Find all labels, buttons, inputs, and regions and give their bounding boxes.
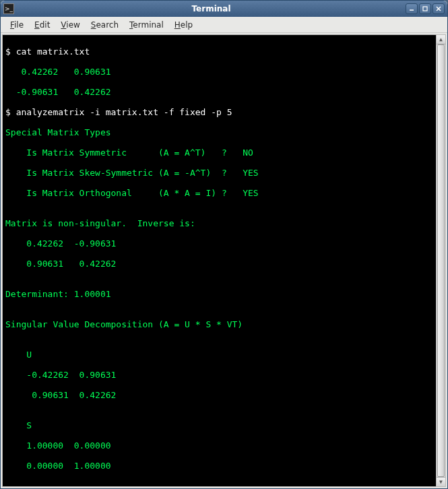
svg-rect-1 bbox=[423, 7, 427, 11]
menu-view[interactable]: View bbox=[55, 19, 85, 31]
scrollbar[interactable]: ▲ ▼ bbox=[436, 35, 445, 486]
scroll-down-button[interactable]: ▼ bbox=[437, 477, 445, 486]
output-line: Is Matrix Symmetric (A = A^T) ? NO bbox=[5, 148, 443, 158]
menu-help[interactable]: Help bbox=[169, 19, 198, 31]
output-line: S bbox=[5, 420, 443, 430]
menu-terminal[interactable]: Terminal bbox=[124, 19, 169, 31]
maximize-button[interactable] bbox=[419, 3, 431, 14]
output-line: Is Matrix Skew-Symmetric (A = -A^T) ? YE… bbox=[5, 168, 443, 178]
output-line: 0.00000 1.00000 bbox=[5, 461, 443, 471]
close-button[interactable] bbox=[433, 3, 445, 14]
output-line: -0.90631 0.42262 bbox=[5, 87, 443, 97]
scrollbar-thumb[interactable] bbox=[437, 44, 445, 477]
output-line: 0.90631 0.42262 bbox=[5, 390, 443, 400]
minimize-icon bbox=[408, 5, 415, 12]
minimize-button[interactable] bbox=[406, 3, 418, 14]
menu-edit[interactable]: Edit bbox=[29, 19, 55, 31]
app-icon: >_ bbox=[3, 3, 14, 14]
close-icon bbox=[435, 5, 442, 12]
output-line: Singular Value Decomposition (A = U * S … bbox=[5, 319, 443, 329]
window-title: Terminal bbox=[17, 4, 406, 13]
output-line: Is Matrix Orthogonal (A * A = I) ? YES bbox=[5, 188, 443, 198]
output-line: 1.00000 0.00000 bbox=[5, 441, 443, 451]
output-line: Matrix is non-singular. Inverse is: bbox=[5, 218, 443, 228]
output-line: 0.42262 -0.90631 bbox=[5, 238, 443, 249]
titlebar[interactable]: >_ Terminal bbox=[1, 1, 447, 17]
output-line: 0.90631 0.42262 bbox=[5, 259, 443, 269]
menu-search[interactable]: Search bbox=[86, 19, 124, 31]
window-controls bbox=[406, 3, 445, 14]
menu-file[interactable]: File bbox=[5, 19, 29, 31]
prompt-line: $ cat matrix.txt bbox=[5, 46, 443, 57]
output-line: -0.42262 0.90631 bbox=[5, 370, 443, 380]
terminal-output[interactable]: $ cat matrix.txt 0.42262 0.90631 -0.9063… bbox=[2, 34, 446, 487]
terminal-window: >_ Terminal File Edit View Search Termin… bbox=[0, 0, 448, 489]
scroll-up-button[interactable]: ▲ bbox=[437, 35, 445, 44]
output-line: Special Matrix Types bbox=[5, 127, 443, 137]
prompt-line: $ analyzematrix -i matrix.txt -f fixed -… bbox=[5, 107, 443, 117]
output-line: U bbox=[5, 350, 443, 360]
output-line: Determinant: 1.00001 bbox=[5, 289, 443, 299]
menubar: File Edit View Search Terminal Help bbox=[1, 17, 447, 33]
maximize-icon bbox=[422, 5, 428, 12]
output-line: 0.42262 0.90631 bbox=[5, 67, 443, 77]
